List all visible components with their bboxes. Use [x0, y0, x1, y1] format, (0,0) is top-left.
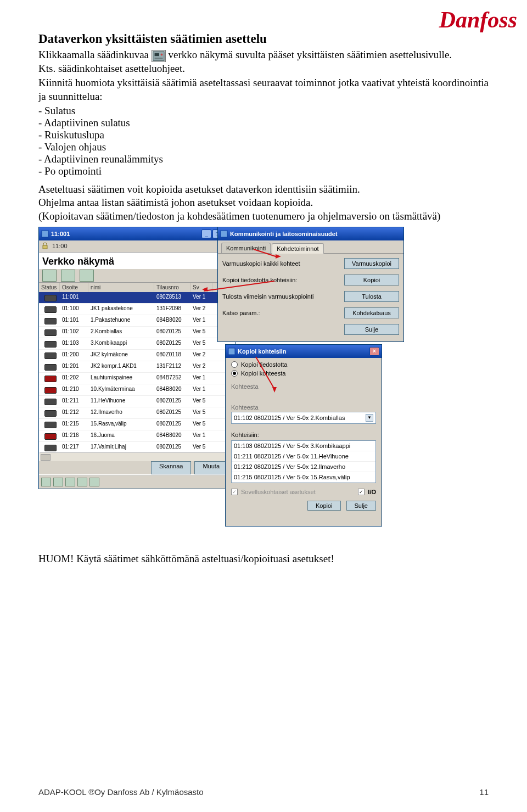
page-footer: ADAP-KOOL ® Oy Danfoss Ab / Kylmäosasto … — [38, 787, 489, 797]
radio-label: Kopioi tiedostotta — [241, 361, 287, 368]
win3-button-row: Kopioi Sulje — [226, 497, 382, 514]
sulje-button[interactable]: Sulje — [346, 501, 376, 511]
footer-page-number: 11 — [457, 787, 489, 797]
select-value: 01:102 080Z0125 / Ver 5-0x 2.Kombiallas — [234, 415, 345, 421]
table-row[interactable]: 01:21212.Ilmaverho080Z0125Ver 5 — [39, 407, 236, 419]
bullet-item: Valojen ohjaus — [38, 141, 489, 153]
win2-titlebar[interactable]: Kommunikointi ja laitosominaisuudet — [218, 227, 403, 240]
annotation-arrowhead — [202, 287, 208, 292]
table-row[interactable]: 01:202Lauhtumispainee084B7252Ver 1 — [39, 373, 236, 384]
kohteesta-select[interactable]: 01:102 080Z0125 / Ver 5-0x 2.Kombiallas … — [231, 412, 376, 424]
lock-icon — [41, 242, 49, 250]
bottom-btn[interactable] — [53, 478, 63, 486]
win2-tabbar: Kommunikointi Kohdetoiminnot — [218, 240, 403, 254]
win1-bottom-toolbar — [39, 475, 236, 489]
checkbox-sovellus[interactable]: ✓ — [231, 489, 238, 495]
list-item[interactable]: 01:103 080Z0125 / Ver 5-0x 3.Kombikaappi — [232, 441, 375, 451]
panel-label: Katso param.: — [222, 310, 260, 316]
table-row[interactable]: 01:201JK2 kompr.1 AKD1131F2112Ver 2 — [39, 361, 236, 373]
controller-icon — [152, 50, 166, 62]
para1-before: Klikkaamalla säädinkuvaa — [38, 49, 152, 60]
panel-button[interactable]: Varmuuskopioi — [344, 258, 399, 269]
list-item[interactable]: 01:211 080Z0125 / Ver 5-0x 11.HeVihuone — [232, 451, 375, 462]
radio-tiedostotta[interactable]: Kopioi tiedostotta — [231, 361, 376, 368]
h-scrollbar[interactable] — [40, 452, 235, 461]
label-kohteisiin: Kohteisiin: — [226, 428, 382, 439]
bullet-item: Sulatus — [38, 105, 489, 117]
svg-point-2 — [160, 53, 162, 55]
table-row[interactable]: 01:21111.HeVihuone080Z0125Ver 5 — [39, 396, 236, 407]
annotation-arrowhead — [276, 254, 281, 259]
list-item[interactable]: 01:212 080Z0125 / Ver 5-0x 12.Ilmaverho — [232, 462, 375, 472]
hdr-tilausnro: Tilausnro — [154, 283, 190, 292]
tab-kohdetoiminnot[interactable]: Kohdetoiminnot — [272, 243, 323, 254]
bullet-item: Po optimointi — [38, 165, 489, 177]
app-title: Verkko näkymä — [39, 253, 236, 268]
para1-after: verkko näkymä suvulta pääset yksittäiste… — [169, 49, 452, 60]
paragraph-3: Kiinnitä huomiota yksittäisiä säätimiä a… — [38, 76, 489, 103]
table-row[interactable]: 01:100JK1 pakastekone131F2098Ver 2 — [39, 304, 236, 315]
window-icon — [41, 230, 49, 238]
svg-rect-4 — [42, 231, 48, 237]
annotation-arrowhead — [272, 387, 277, 393]
window-icon — [228, 348, 236, 355]
panel-row: Tulosta viimeisin varmuuskopiointiTulost… — [222, 291, 399, 302]
win1-titlebar[interactable]: 11:001 _ □ × — [39, 227, 236, 240]
win2-panel: Varmuuskopioi kaikki kohteetVarmuuskopio… — [218, 254, 403, 339]
chevron-down-icon[interactable]: ▼ — [366, 414, 373, 422]
window-network-view: 11:001 _ □ × 11:00 Verkko näkymä Status … — [38, 227, 236, 489]
bottom-btn[interactable] — [89, 478, 99, 486]
win1-button-bar: Skannaa Muuta — [39, 461, 236, 474]
hdr-osoite: Osoite — [60, 283, 88, 292]
skannaa-button[interactable]: Skannaa — [151, 461, 191, 474]
radio-kohteesta[interactable]: Kopioi kohteesta — [231, 370, 376, 377]
win3-titlebar[interactable]: Kopioi kohteisiin × — [226, 345, 382, 358]
paragraph-2: Kts. säädinkohtaiset asetteluohjeet. — [38, 62, 489, 76]
panel-row: Varmuuskopioi kaikki kohteetVarmuuskopio… — [222, 258, 399, 269]
kopioi-button[interactable]: Kopioi — [307, 501, 341, 511]
brand-logo: Danfoss — [439, 7, 517, 33]
table-row[interactable]: 01:1033.Kombikaappi080Z0125Ver 5 — [39, 338, 236, 350]
table-row[interactable]: 01:1011.Pakastehuone084B8020Ver 1 — [39, 315, 236, 327]
kohteisiin-list[interactable]: 01:103 080Z0125 / Ver 5-0x 3.Kombikaappi… — [231, 440, 376, 483]
bottom-btn[interactable] — [41, 478, 51, 486]
panel-label: Tulosta viimeisin varmuuskopiointi — [222, 293, 314, 300]
toolbar-btn-3[interactable] — [80, 270, 94, 282]
list-item[interactable]: 01:215 080Z0125 / Ver 5-0x 15.Rasva,väli… — [232, 472, 375, 483]
table-row[interactable]: 01:21515.Rasva,välip080Z0125Ver 5 — [39, 419, 236, 430]
panel-button[interactable]: Kohdekatsaus — [344, 307, 399, 318]
svg-rect-6 — [221, 231, 227, 237]
table-row[interactable]: 01:21717.Valmir,Lihaj080Z0125Ver 5 — [39, 442, 236, 453]
address-text: 11:00 — [52, 243, 233, 249]
label-kohteesta-2: Kohteesta — [226, 401, 382, 412]
paragraph-6: (Kopioitavan säätimen/tiedoston ja kohde… — [38, 210, 489, 223]
toolbar-btn-2[interactable] — [61, 270, 75, 282]
bottom-btn[interactable] — [65, 478, 75, 486]
checkbox-row: ✓ Sovelluskohtaiset asetukset ✓ I/O — [226, 486, 382, 497]
table-row[interactable]: 01:21616.Juoma084B8020Ver 1 — [39, 430, 236, 442]
panel-button[interactable]: Kopioi — [344, 275, 399, 285]
minimize-button[interactable]: _ — [201, 229, 211, 238]
label-kohteesta: Kohteesta — [226, 380, 382, 391]
muuta-button[interactable]: Muuta — [194, 461, 228, 474]
close-button[interactable]: × — [369, 347, 379, 356]
win3-title-text: Kopioi kohteisiin — [238, 348, 287, 355]
table-row[interactable]: 11:001080Z8513Ver 1 — [39, 292, 236, 304]
win1-toolbar — [39, 268, 236, 283]
table-row[interactable]: 01:1022.Kombiallas080Z0125Ver 5 — [39, 327, 236, 338]
bottom-btn[interactable] — [77, 478, 87, 486]
svg-rect-7 — [228, 348, 235, 355]
bullet-item: Adaptiivinen reunalämmitys — [38, 153, 489, 165]
panel-button[interactable]: Tulosta — [344, 291, 399, 302]
sulje-button[interactable]: Sulje — [344, 324, 399, 335]
note-paragraph: HUOM! Käytä säätimet sähköttömänä astelt… — [38, 553, 489, 565]
screenshot-composite: 11:001 _ □ × 11:00 Verkko näkymä Status … — [38, 227, 417, 528]
checkbox-io[interactable]: ✓ — [358, 489, 365, 495]
panel-row: Katso param.:Kohdekatsaus — [222, 307, 399, 318]
table-row[interactable]: 01:200JK2 kylmäkone080Z0118Ver 2 — [39, 350, 236, 361]
window-kopioi-kohteisiin: Kopioi kohteisiin × Kopioi tiedostotta K… — [225, 344, 382, 527]
table-row[interactable]: 01:21010.Kylmäterminaa084B8020Ver 1 — [39, 384, 236, 396]
toolbar-btn-1[interactable] — [42, 270, 57, 282]
paragraph-5: Ohjelma antaa listan säätimistä johon as… — [38, 196, 489, 210]
bullet-item: Ruiskutuslupa — [38, 129, 489, 141]
